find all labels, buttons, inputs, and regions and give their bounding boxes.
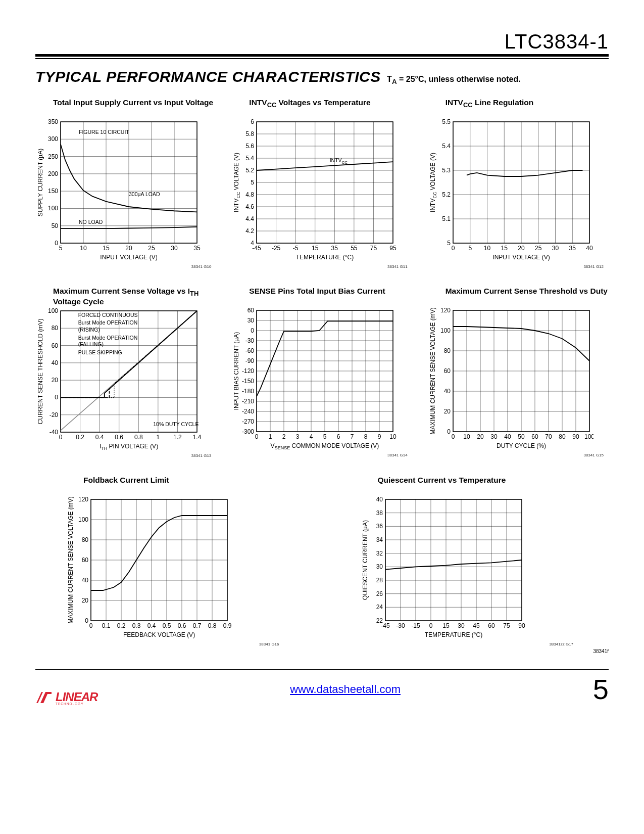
svg-text:0.2: 0.2 bbox=[117, 622, 126, 629]
svg-text:-210: -210 bbox=[242, 398, 254, 405]
svg-text:15: 15 bbox=[442, 622, 450, 629]
svg-text:-90: -90 bbox=[245, 357, 255, 364]
svg-text:-30: -30 bbox=[396, 622, 405, 629]
svg-text:0: 0 bbox=[429, 622, 432, 629]
svg-text:5.2: 5.2 bbox=[246, 167, 255, 174]
svg-text:60: 60 bbox=[52, 342, 59, 349]
chart-figure-id: 38341 G16 bbox=[66, 642, 284, 646]
chart-figure-id: 38341 G12 bbox=[428, 264, 609, 269]
chart-title: Maximum Current Sense Voltage vs ITH Vol… bbox=[35, 287, 216, 306]
svg-text:15: 15 bbox=[312, 245, 319, 252]
svg-text:6: 6 bbox=[251, 119, 255, 125]
chart-title: Maximum Current Sense Threshold vs Duty bbox=[428, 287, 609, 306]
chart-figure-id: 38341 G11 bbox=[231, 264, 412, 269]
svg-text:3: 3 bbox=[296, 433, 300, 440]
svg-text:25: 25 bbox=[535, 245, 542, 252]
rule-thin bbox=[35, 58, 609, 59]
svg-text:60: 60 bbox=[247, 308, 255, 314]
svg-text:60: 60 bbox=[82, 557, 89, 564]
svg-text:10: 10 bbox=[80, 245, 87, 252]
svg-rect-300 bbox=[385, 499, 522, 621]
svg-text:5: 5 bbox=[447, 240, 451, 247]
svg-text:20: 20 bbox=[443, 408, 451, 415]
svg-text:0.6: 0.6 bbox=[115, 434, 123, 441]
svg-text:5.8: 5.8 bbox=[246, 130, 255, 137]
svg-text:0: 0 bbox=[451, 433, 455, 440]
svg-text:10: 10 bbox=[390, 433, 397, 440]
svg-text:100: 100 bbox=[440, 327, 451, 334]
svg-text:0.8: 0.8 bbox=[208, 622, 217, 629]
svg-text:36: 36 bbox=[376, 523, 383, 530]
svg-text:80: 80 bbox=[443, 347, 451, 354]
svg-text:(FALLING): (FALLING) bbox=[78, 342, 104, 348]
svg-text:300µA LOAD: 300µA LOAD bbox=[129, 192, 160, 198]
svg-text:60: 60 bbox=[488, 622, 495, 629]
svg-text:150: 150 bbox=[48, 188, 58, 195]
chart-figure-id: 38341 G15 bbox=[428, 453, 609, 457]
svg-text:80: 80 bbox=[52, 325, 59, 332]
chart-title: Foldback Current Limit bbox=[66, 476, 284, 495]
svg-text:75: 75 bbox=[370, 245, 377, 252]
svg-text:INPUT VOLTAGE (V): INPUT VOLTAGE (V) bbox=[492, 254, 550, 261]
svg-text:10: 10 bbox=[483, 245, 490, 252]
chart-g15: Maximum Current Sense Threshold vs Duty … bbox=[428, 287, 609, 458]
svg-text:0: 0 bbox=[85, 617, 88, 624]
svg-text:Burst Mode OPERATION: Burst Mode OPERATION bbox=[78, 335, 138, 341]
svg-text:35: 35 bbox=[569, 245, 576, 252]
svg-text:4.8: 4.8 bbox=[246, 191, 255, 198]
svg-text:INTVCC VOLTAGE (V): INTVCC VOLTAGE (V) bbox=[429, 153, 437, 212]
svg-text:50: 50 bbox=[52, 222, 59, 229]
chart-g13: Maximum Current Sense Voltage vs ITH Vol… bbox=[35, 287, 216, 458]
svg-text:-60: -60 bbox=[245, 347, 255, 354]
svg-text:30: 30 bbox=[490, 433, 498, 440]
svg-text:-15: -15 bbox=[411, 622, 420, 629]
svg-text:22: 22 bbox=[376, 617, 383, 624]
svg-text:CURRENT SENSE THRESHOLD (mV): CURRENT SENSE THRESHOLD (mV) bbox=[37, 319, 44, 425]
svg-text:0: 0 bbox=[55, 394, 58, 401]
svg-text:4: 4 bbox=[251, 240, 255, 247]
svg-text:2: 2 bbox=[282, 433, 286, 440]
svg-text:100: 100 bbox=[48, 205, 58, 212]
svg-text:0.8: 0.8 bbox=[134, 434, 143, 441]
svg-text:5.4: 5.4 bbox=[246, 155, 255, 162]
chart-g17: Quiescent Current vs Temperature -45-30-… bbox=[360, 476, 579, 646]
svg-text:5.2: 5.2 bbox=[442, 191, 451, 198]
svg-text:40: 40 bbox=[586, 245, 593, 252]
svg-text:20: 20 bbox=[52, 377, 59, 384]
svg-text:5: 5 bbox=[251, 179, 255, 186]
charts-grid-top: Total Input Supply Current vs Input Volt… bbox=[35, 98, 609, 458]
svg-text:FEEDBACK VOLTAGE (V): FEEDBACK VOLTAGE (V) bbox=[123, 631, 195, 638]
svg-text:VSENSE COMMON MODE VOLTAGE (V): VSENSE COMMON MODE VOLTAGE (V) bbox=[271, 442, 379, 450]
svg-text:-180: -180 bbox=[242, 388, 254, 395]
svg-text:30: 30 bbox=[247, 317, 255, 324]
chart-g10: Total Input Supply Current vs Input Volt… bbox=[35, 98, 216, 269]
svg-text:40: 40 bbox=[504, 433, 511, 440]
svg-text:TEMPERATURE (°C): TEMPERATURE (°C) bbox=[296, 254, 354, 261]
chart-title: Quiescent Current vs Temperature bbox=[360, 476, 579, 495]
svg-text:-120: -120 bbox=[242, 367, 254, 375]
svg-text:DUTY CYCLE (%): DUTY CYCLE (%) bbox=[497, 442, 546, 449]
svg-text:0.3: 0.3 bbox=[132, 622, 141, 629]
svg-text:TEMPERATURE (°C): TEMPERATURE (°C) bbox=[424, 631, 482, 638]
svg-text:45: 45 bbox=[473, 622, 480, 629]
footer-url[interactable]: www.datasheetall.com bbox=[290, 683, 401, 696]
svg-text:120: 120 bbox=[440, 308, 451, 314]
svg-text:INPUT VOLTAGE (V): INPUT VOLTAGE (V) bbox=[100, 254, 157, 261]
svg-text:-5: -5 bbox=[293, 245, 299, 252]
section-title: TYPICAL PERFORMANCE CHARACTERISTICS bbox=[35, 68, 381, 85]
svg-text:0: 0 bbox=[59, 434, 63, 441]
svg-text:MAXIMUM CURRENT SENSE VOLTAGE : MAXIMUM CURRENT SENSE VOLTAGE (mV) bbox=[67, 497, 74, 624]
svg-text:6: 6 bbox=[337, 433, 340, 440]
svg-text:ITH PIN VOLTAGE (V): ITH PIN VOLTAGE (V) bbox=[100, 443, 158, 451]
svg-text:40: 40 bbox=[443, 388, 451, 395]
svg-text:SUPPLY CURRENT (µA): SUPPLY CURRENT (µA) bbox=[37, 149, 44, 216]
svg-text:0.4: 0.4 bbox=[147, 622, 156, 629]
charts-grid-bottom: Foldback Current Limit 00.10.20.30.40.50… bbox=[35, 476, 609, 646]
part-number: LTC3834-1 bbox=[35, 30, 609, 53]
svg-text:30: 30 bbox=[376, 564, 383, 571]
svg-text:200: 200 bbox=[48, 170, 58, 177]
svg-text:100: 100 bbox=[78, 516, 88, 523]
svg-text:INTVCC: INTVCC bbox=[330, 158, 348, 165]
svg-text:0.4: 0.4 bbox=[95, 434, 104, 441]
svg-text:80: 80 bbox=[82, 536, 89, 543]
